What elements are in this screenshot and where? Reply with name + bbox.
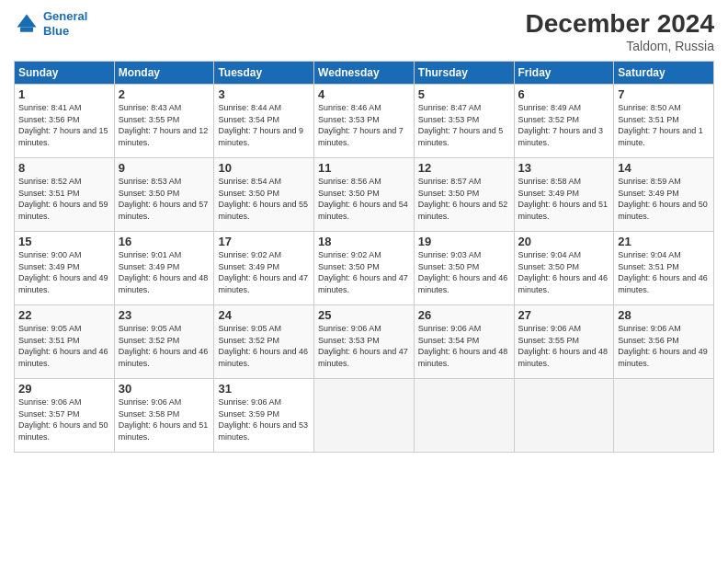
day-info: Sunrise: 9:06 AMSunset: 3:57 PMDaylight:… <box>18 396 110 442</box>
day-number: 19 <box>418 235 510 248</box>
day-number: 8 <box>18 161 110 175</box>
day-number: 2 <box>119 87 210 101</box>
calendar-body: 1Sunrise: 8:41 AMSunset: 3:56 PMDaylight… <box>15 85 714 453</box>
logo-text: General Blue <box>43 9 87 38</box>
header-day-wednesday: Wednesday <box>314 62 415 85</box>
day-number: 26 <box>418 308 510 322</box>
month-title: December 2024 <box>526 9 714 39</box>
day-info: Sunrise: 8:54 AMSunset: 3:50 PMDaylight:… <box>218 176 310 222</box>
day-number: 14 <box>618 161 710 175</box>
calendar-cell: 17Sunrise: 9:02 AMSunset: 3:49 PMDayligh… <box>214 232 314 305</box>
calendar-cell <box>414 379 514 453</box>
day-info: Sunrise: 9:06 AMSunset: 3:58 PMDaylight:… <box>119 396 210 442</box>
header-day-friday: Friday <box>514 62 614 85</box>
day-number: 18 <box>318 235 410 248</box>
calendar-cell: 13Sunrise: 8:58 AMSunset: 3:49 PMDayligh… <box>514 158 614 232</box>
calendar-week-1: 1Sunrise: 8:41 AMSunset: 3:56 PMDaylight… <box>15 85 714 158</box>
title-block: December 2024 Taldom, Russia <box>526 9 714 53</box>
day-info: Sunrise: 8:53 AMSunset: 3:50 PMDaylight:… <box>119 176 210 222</box>
day-info: Sunrise: 9:00 AMSunset: 3:49 PMDaylight:… <box>18 249 110 295</box>
calendar-cell: 22Sunrise: 9:05 AMSunset: 3:51 PMDayligh… <box>15 305 115 379</box>
day-info: Sunrise: 9:06 AMSunset: 3:56 PMDaylight:… <box>618 323 710 369</box>
day-number: 30 <box>119 382 210 396</box>
day-number: 17 <box>218 235 310 248</box>
header-day-thursday: Thursday <box>414 62 514 85</box>
calendar-cell: 31Sunrise: 9:06 AMSunset: 3:59 PMDayligh… <box>214 379 314 453</box>
calendar-cell: 6Sunrise: 8:49 AMSunset: 3:52 PMDaylight… <box>514 85 614 158</box>
header-day-saturday: Saturday <box>614 62 714 85</box>
calendar-cell: 26Sunrise: 9:06 AMSunset: 3:54 PMDayligh… <box>414 305 514 379</box>
day-info: Sunrise: 8:52 AMSunset: 3:51 PMDaylight:… <box>18 176 110 222</box>
day-number: 31 <box>218 382 310 396</box>
calendar-cell: 12Sunrise: 8:57 AMSunset: 3:50 PMDayligh… <box>414 158 514 232</box>
calendar-table: SundayMondayTuesdayWednesdayThursdayFrid… <box>14 61 714 453</box>
day-info: Sunrise: 8:49 AMSunset: 3:52 PMDaylight:… <box>518 102 610 148</box>
day-number: 13 <box>518 161 610 175</box>
calendar-header-row: SundayMondayTuesdayWednesdayThursdayFrid… <box>15 62 714 85</box>
header-day-monday: Monday <box>114 62 214 85</box>
calendar-cell: 14Sunrise: 8:59 AMSunset: 3:49 PMDayligh… <box>614 158 714 232</box>
day-info: Sunrise: 9:06 AMSunset: 3:53 PMDaylight:… <box>318 323 410 369</box>
page-container: General Blue December 2024 Taldom, Russi… <box>0 0 728 462</box>
header: General Blue December 2024 Taldom, Russi… <box>14 9 714 53</box>
calendar-cell: 18Sunrise: 9:02 AMSunset: 3:50 PMDayligh… <box>314 232 415 305</box>
day-info: Sunrise: 9:02 AMSunset: 3:49 PMDaylight:… <box>218 249 310 295</box>
calendar-cell: 21Sunrise: 9:04 AMSunset: 3:51 PMDayligh… <box>614 232 714 305</box>
calendar-cell: 16Sunrise: 9:01 AMSunset: 3:49 PMDayligh… <box>114 232 214 305</box>
day-number: 7 <box>618 87 710 101</box>
calendar-week-4: 22Sunrise: 9:05 AMSunset: 3:51 PMDayligh… <box>15 305 714 379</box>
day-number: 28 <box>618 308 710 322</box>
day-info: Sunrise: 9:05 AMSunset: 3:51 PMDaylight:… <box>18 323 110 369</box>
day-number: 6 <box>518 87 610 101</box>
calendar-cell: 1Sunrise: 8:41 AMSunset: 3:56 PMDaylight… <box>15 85 115 158</box>
calendar-cell <box>514 379 614 453</box>
day-number: 20 <box>518 235 610 248</box>
calendar-cell: 3Sunrise: 8:44 AMSunset: 3:54 PMDaylight… <box>214 85 314 158</box>
calendar-cell: 10Sunrise: 8:54 AMSunset: 3:50 PMDayligh… <box>214 158 314 232</box>
day-number: 22 <box>18 308 110 322</box>
calendar-cell: 29Sunrise: 9:06 AMSunset: 3:57 PMDayligh… <box>15 379 115 453</box>
calendar-cell <box>314 379 415 453</box>
day-info: Sunrise: 8:46 AMSunset: 3:53 PMDaylight:… <box>318 102 410 148</box>
day-info: Sunrise: 9:03 AMSunset: 3:50 PMDaylight:… <box>418 249 510 295</box>
day-number: 25 <box>318 308 410 322</box>
day-info: Sunrise: 9:06 AMSunset: 3:54 PMDaylight:… <box>418 323 510 369</box>
day-number: 16 <box>119 235 210 248</box>
calendar-cell: 23Sunrise: 9:05 AMSunset: 3:52 PMDayligh… <box>114 305 214 379</box>
svg-marker-0 <box>17 14 37 27</box>
calendar-cell: 4Sunrise: 8:46 AMSunset: 3:53 PMDaylight… <box>314 85 415 158</box>
day-info: Sunrise: 9:06 AMSunset: 3:55 PMDaylight:… <box>518 323 610 369</box>
svg-rect-1 <box>20 27 33 31</box>
day-info: Sunrise: 8:47 AMSunset: 3:53 PMDaylight:… <box>418 102 510 148</box>
calendar-week-2: 8Sunrise: 8:52 AMSunset: 3:51 PMDaylight… <box>15 158 714 232</box>
calendar-cell: 15Sunrise: 9:00 AMSunset: 3:49 PMDayligh… <box>15 232 115 305</box>
day-info: Sunrise: 8:57 AMSunset: 3:50 PMDaylight:… <box>418 176 510 222</box>
day-info: Sunrise: 8:50 AMSunset: 3:51 PMDaylight:… <box>618 102 710 148</box>
day-info: Sunrise: 8:59 AMSunset: 3:49 PMDaylight:… <box>618 176 710 222</box>
calendar-cell: 5Sunrise: 8:47 AMSunset: 3:53 PMDaylight… <box>414 85 514 158</box>
calendar-cell: 19Sunrise: 9:03 AMSunset: 3:50 PMDayligh… <box>414 232 514 305</box>
day-info: Sunrise: 9:05 AMSunset: 3:52 PMDaylight:… <box>218 323 310 369</box>
day-number: 21 <box>618 235 710 248</box>
day-info: Sunrise: 8:43 AMSunset: 3:55 PMDaylight:… <box>119 102 210 148</box>
day-number: 10 <box>218 161 310 175</box>
calendar-cell: 9Sunrise: 8:53 AMSunset: 3:50 PMDaylight… <box>114 158 214 232</box>
calendar-cell: 20Sunrise: 9:04 AMSunset: 3:50 PMDayligh… <box>514 232 614 305</box>
day-number: 29 <box>18 382 110 396</box>
calendar-cell: 27Sunrise: 9:06 AMSunset: 3:55 PMDayligh… <box>514 305 614 379</box>
day-number: 9 <box>119 161 210 175</box>
calendar-cell <box>614 379 714 453</box>
calendar-cell: 8Sunrise: 8:52 AMSunset: 3:51 PMDaylight… <box>15 158 115 232</box>
day-number: 15 <box>18 235 110 248</box>
calendar-cell: 30Sunrise: 9:06 AMSunset: 3:58 PMDayligh… <box>114 379 214 453</box>
logo-line2: Blue <box>43 24 69 38</box>
day-number: 11 <box>318 161 410 175</box>
calendar-cell: 2Sunrise: 8:43 AMSunset: 3:55 PMDaylight… <box>114 85 214 158</box>
day-info: Sunrise: 9:05 AMSunset: 3:52 PMDaylight:… <box>119 323 210 369</box>
day-info: Sunrise: 9:06 AMSunset: 3:59 PMDaylight:… <box>218 396 310 442</box>
calendar-cell: 24Sunrise: 9:05 AMSunset: 3:52 PMDayligh… <box>214 305 314 379</box>
day-number: 1 <box>18 87 110 101</box>
calendar-week-3: 15Sunrise: 9:00 AMSunset: 3:49 PMDayligh… <box>15 232 714 305</box>
calendar-week-5: 29Sunrise: 9:06 AMSunset: 3:57 PMDayligh… <box>15 379 714 453</box>
day-number: 4 <box>318 87 410 101</box>
